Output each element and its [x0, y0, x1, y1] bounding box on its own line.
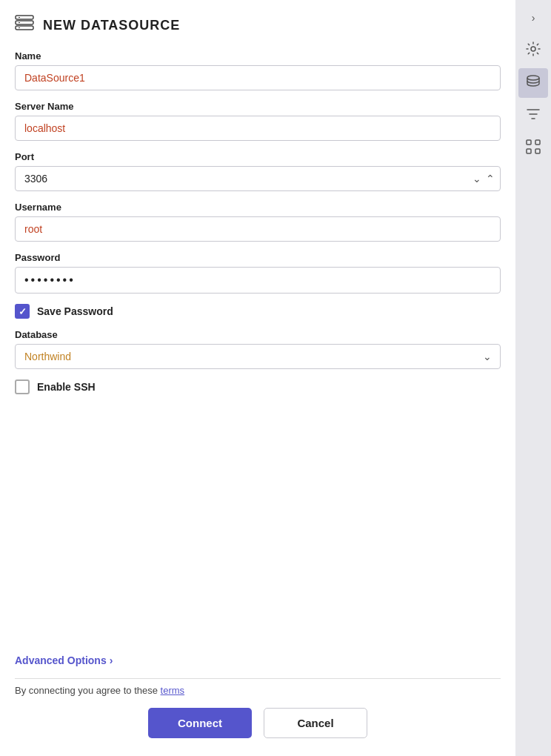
sidebar-collapse-button[interactable]: › [518, 6, 548, 30]
advanced-settings-icon [525, 139, 541, 159]
advanced-options-chevron: › [110, 654, 113, 666]
header: NEW DATASOURCE [15, 15, 501, 36]
filter-icon [526, 107, 541, 125]
terms-link[interactable]: terms [161, 685, 185, 696]
password-input[interactable] [15, 267, 501, 294]
enable-ssh-checkbox[interactable] [15, 379, 30, 394]
save-password-row: ✓ Save Password [15, 304, 501, 319]
name-label: Name [15, 50, 501, 62]
checkmark-icon: ✓ [19, 306, 27, 317]
connect-button[interactable]: Connect [148, 708, 252, 738]
main-panel: NEW DATASOURCE Name Server Name Port ⌄ ⌃ [0, 0, 515, 756]
enable-ssh-row: Enable SSH [15, 379, 501, 394]
advanced-options-label: Advanced Options [15, 654, 107, 666]
save-password-label: Save Password [37, 305, 113, 317]
enable-ssh-label: Enable SSH [37, 381, 96, 393]
database-label: Database [15, 329, 501, 340]
username-field-group: Username [15, 202, 501, 242]
server-label: Server Name [15, 101, 501, 112]
database-wrapper: Northwind ⌄ [15, 344, 501, 369]
spacer [15, 405, 501, 649]
sidebar-item-advanced[interactable] [518, 133, 548, 163]
port-up-arrow[interactable]: ⌃ [486, 173, 495, 184]
username-label: Username [15, 202, 501, 213]
gear-icon [525, 41, 541, 61]
svg-point-7 [527, 76, 539, 80]
terms-prefix: By connecting you agree to these [15, 685, 161, 696]
svg-rect-8 [527, 140, 531, 145]
port-field-group: Port ⌄ ⌃ [15, 151, 501, 191]
port-input[interactable] [15, 166, 501, 191]
divider [15, 678, 501, 679]
port-arrows: ⌄ ⌃ [472, 173, 495, 184]
cancel-button[interactable]: Cancel [264, 708, 367, 738]
database-icon [525, 73, 541, 93]
database-select[interactable]: Northwind [15, 344, 501, 369]
svg-rect-11 [535, 149, 540, 153]
button-row: Connect Cancel [15, 708, 501, 738]
name-field-group: Name [15, 50, 501, 90]
form-section: Name Server Name Port ⌄ ⌃ Username [15, 50, 501, 741]
sidebar-item-settings[interactable] [518, 36, 548, 65]
svg-rect-2 [16, 26, 33, 30]
password-field-group: Password [15, 252, 501, 294]
name-input[interactable] [15, 65, 501, 90]
save-password-checkbox[interactable]: ✓ [15, 304, 30, 319]
terms-row: By connecting you agree to these terms [15, 685, 501, 696]
sidebar-item-filter[interactable] [518, 101, 548, 130]
svg-rect-0 [16, 16, 33, 19]
port-label: Port [15, 151, 501, 162]
port-wrapper: ⌄ ⌃ [15, 166, 501, 191]
svg-rect-9 [535, 140, 540, 145]
sidebar-item-datasource[interactable] [518, 68, 548, 98]
advanced-options-link[interactable]: Advanced Options › [15, 649, 501, 672]
username-input[interactable] [15, 216, 501, 242]
server-input[interactable] [15, 116, 501, 141]
svg-rect-10 [527, 149, 531, 153]
database-field-group: Database Northwind ⌄ [15, 329, 501, 369]
datasource-header-icon [15, 15, 34, 36]
server-name-field-group: Server Name [15, 101, 501, 141]
sidebar: › [515, 0, 551, 756]
password-label: Password [15, 252, 501, 263]
port-down-arrow[interactable]: ⌄ [472, 173, 481, 184]
svg-rect-1 [16, 21, 33, 24]
svg-point-6 [531, 47, 535, 51]
page-title: NEW DATASOURCE [43, 18, 180, 33]
